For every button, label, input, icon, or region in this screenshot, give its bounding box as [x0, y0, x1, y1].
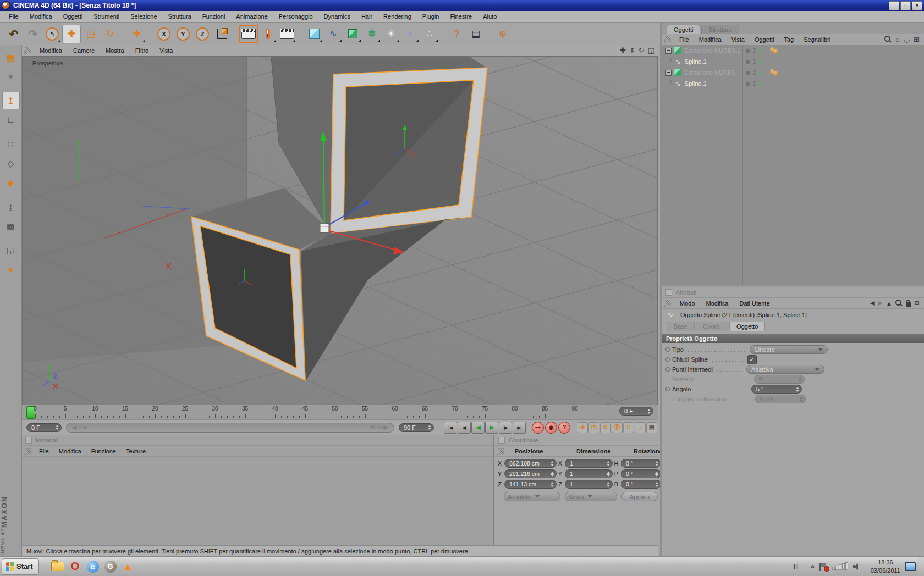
gimp-icon[interactable]: G: [103, 560, 118, 574]
add-nurbs-icon[interactable]: [343, 25, 362, 43]
filter-icon[interactable]: ◡: [904, 35, 910, 43]
home-icon[interactable]: ⌂: [895, 35, 900, 43]
panel-grip[interactable]: [497, 448, 504, 455]
editor-render-toggles[interactable]: [754, 81, 756, 86]
history-back-icon[interactable]: ◀: [870, 300, 875, 307]
add-deformer-icon[interactable]: ◗: [401, 25, 420, 43]
parent-object-icon[interactable]: ▲: [886, 300, 892, 307]
tree-row-spline-1[interactable]: └∿Spline.1✓: [662, 56, 924, 67]
opera-icon[interactable]: O: [68, 560, 82, 574]
online-updater-icon[interactable]: ⊕: [493, 25, 512, 43]
chiudi-spline-checkbox[interactable]: ✓: [747, 355, 757, 364]
undo-icon[interactable]: ↶: [4, 25, 23, 43]
coordinate-field-rotation-b[interactable]: 0 °: [621, 480, 661, 489]
add-spline-icon[interactable]: ∿: [324, 25, 343, 43]
next-key-button[interactable]: |▶: [499, 422, 512, 434]
viewport-menu-mostra[interactable]: Mostra: [100, 46, 130, 56]
object-axis-mode-icon[interactable]: ↨: [2, 198, 20, 215]
help-icon[interactable]: ?: [447, 25, 466, 43]
search-icon[interactable]: [884, 36, 892, 43]
lock-z-axis-icon[interactable]: Z: [193, 25, 212, 43]
polygons-mode-icon[interactable]: ◆: [2, 174, 20, 191]
phong-tag-icon[interactable]: [770, 69, 780, 76]
ruler-current-frame-field[interactable]: 0 F: [619, 407, 653, 416]
add-panel-icon[interactable]: ⊞: [914, 35, 920, 43]
vlc-icon[interactable]: ▲: [121, 560, 135, 574]
sound-toggle[interactable]: ♪: [635, 422, 646, 433]
tab-struttura[interactable]: Struttura: [701, 25, 739, 34]
browser-icon[interactable]: e: [86, 560, 100, 574]
coordinate-field-size-y[interactable]: 1: [565, 469, 613, 478]
panel-grip[interactable]: [664, 36, 671, 43]
materials-menu-texture[interactable]: Texture: [121, 447, 151, 456]
object-manager-menu-file[interactable]: File: [674, 35, 694, 44]
menu-personaggio[interactable]: Personaggio: [273, 12, 318, 21]
tray-clock[interactable]: 18:36 03/06/2011: [866, 558, 905, 575]
maximize-button[interactable]: □: [900, 1, 911, 10]
language-indicator[interactable]: IT: [788, 563, 805, 571]
record-scale-toggle[interactable]: ◳: [588, 422, 600, 433]
panel-pin-checkbox[interactable]: [498, 437, 505, 444]
tab-oggetti[interactable]: Oggetti: [667, 25, 700, 34]
menu-hair[interactable]: Hair: [356, 12, 378, 21]
make-editable-icon[interactable]: ▦: [2, 48, 20, 66]
lock-y-axis-icon[interactable]: Y: [174, 25, 193, 43]
tree-row-spline-1[interactable]: └∿Spline.1✓: [662, 78, 924, 89]
play-forward-button[interactable]: ▶: [485, 422, 498, 434]
phong-tag-icon[interactable]: [770, 47, 780, 54]
goto-end-button[interactable]: ▶|: [513, 422, 526, 434]
model-mode-icon[interactable]: ●: [2, 68, 20, 85]
panel-pin-checkbox[interactable]: [25, 437, 32, 444]
attr-tab-base[interactable]: Base: [667, 322, 695, 331]
render-view-icon[interactable]: [239, 25, 258, 43]
minimize-button[interactable]: _: [889, 1, 899, 10]
animatable-dot[interactable]: [666, 387, 670, 391]
redo-icon[interactable]: ↷: [24, 25, 42, 43]
menu-oggetti[interactable]: Oggetti: [58, 12, 88, 21]
volume-icon[interactable]: [853, 563, 861, 570]
last-used-tool-icon[interactable]: ✚: [128, 25, 146, 43]
materials-menu-modifica[interactable]: Modifica: [54, 447, 86, 456]
timeline-ruler[interactable]: 0 F 051015202530354045505560657075808590: [22, 405, 658, 420]
coordinate-field-position-y[interactable]: 201.216 cm: [504, 469, 557, 478]
object-tree[interactable]: Estrusione NURBS.1✓└∿Spline.1✓Estrusione…: [662, 45, 924, 287]
enabled-check-icon[interactable]: ✓: [759, 69, 765, 76]
angolo-field[interactable]: 5 °: [751, 385, 802, 394]
attributes-menu-modifica[interactable]: Modifica: [701, 298, 734, 308]
minimize-panel-toggle[interactable]: ▤: [646, 422, 657, 433]
timeline-range-slider[interactable]: ◀ 0 F90 F ▶: [66, 423, 394, 433]
size-mode-dropdown[interactable]: Scala: [565, 492, 617, 501]
enabled-check-icon[interactable]: ✓: [759, 58, 765, 65]
lock-x-axis-icon[interactable]: X: [155, 25, 173, 43]
autokey-button[interactable]: ◉: [545, 422, 557, 434]
record-keyframe-button[interactable]: ⊶: [532, 422, 544, 434]
coordinate-field-position-x[interactable]: 862.108 cm: [504, 459, 557, 468]
tipo-dropdown[interactable]: Lineare: [750, 345, 828, 354]
panel-grip[interactable]: [24, 448, 31, 455]
menu-plugin[interactable]: Plugin: [417, 12, 445, 21]
menu-struttura[interactable]: Struttura: [163, 12, 197, 21]
add-cube-icon[interactable]: [305, 25, 323, 43]
editor-render-toggles[interactable]: [754, 70, 756, 75]
viewport-menu-filtro[interactable]: Filtro: [130, 46, 154, 56]
viewport-menu-modifica[interactable]: Modifica: [34, 46, 68, 56]
snap-mode-icon[interactable]: ◱: [2, 241, 20, 259]
attr-tab-coord[interactable]: Coord.: [696, 322, 728, 331]
animatable-dot[interactable]: [666, 367, 670, 372]
play-backward-button[interactable]: ◀: [471, 422, 485, 434]
record-rotation-toggle[interactable]: ↻: [600, 422, 611, 433]
menu-modifica[interactable]: Modifica: [24, 12, 58, 21]
editor-render-toggles[interactable]: [754, 59, 756, 64]
menu-finestre[interactable]: Finestre: [444, 12, 477, 21]
show-desktop-button[interactable]: [918, 557, 924, 576]
object-manager-menu-oggetti[interactable]: Oggetti: [750, 35, 779, 44]
prev-key-button[interactable]: ◀|: [458, 422, 471, 434]
render-settings-icon[interactable]: [278, 25, 296, 43]
record-position-toggle[interactable]: ✚: [577, 422, 588, 433]
scale-tool-icon[interactable]: ◳: [81, 25, 100, 43]
display-tray-icon[interactable]: [905, 562, 916, 571]
attr-tab-oggetto[interactable]: Oggetto: [729, 322, 765, 331]
start-button[interactable]: Start: [2, 558, 39, 575]
menu-strumenti[interactable]: Strumenti: [88, 12, 125, 21]
coordinate-field-size-z[interactable]: 1: [565, 480, 613, 489]
